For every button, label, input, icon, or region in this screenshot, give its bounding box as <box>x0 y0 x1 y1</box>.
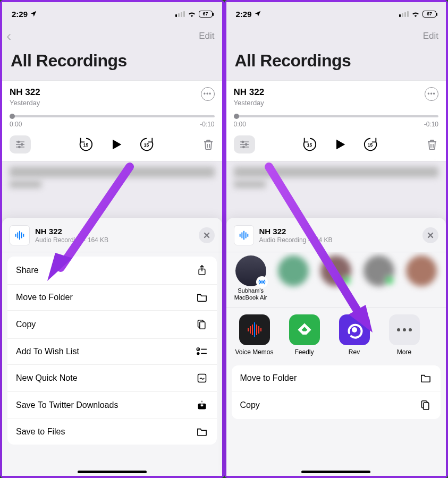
airdrop-target-contact[interactable] <box>361 255 395 287</box>
folder-icon <box>196 293 208 302</box>
location-icon <box>254 10 261 18</box>
menu-copy[interactable]: Copy <box>7 311 217 339</box>
skip-back-15-icon[interactable]: 15 <box>78 136 94 152</box>
playback-settings-button[interactable] <box>10 135 31 153</box>
skip-forward-15-icon[interactable]: 15 <box>139 136 155 152</box>
svg-point-4 <box>21 143 23 145</box>
playback-scrubber[interactable] <box>10 115 215 117</box>
menu-new-quick-note[interactable]: New Quick Note <box>7 365 217 392</box>
svg-point-3 <box>18 141 19 143</box>
svg-text:15: 15 <box>144 142 149 148</box>
sheet-file-subtitle: Audio Recording · 164 KB <box>35 236 193 244</box>
share-apps-row: Voice Memos Feedly Rev More <box>226 308 446 360</box>
svg-point-30 <box>242 146 244 148</box>
recording-subtitle: Yesterday <box>10 99 40 107</box>
trash-icon[interactable] <box>202 138 215 151</box>
wifi-icon <box>411 10 420 18</box>
airdrop-target-contact[interactable] <box>319 255 353 287</box>
skip-forward-15-icon[interactable]: 15 <box>362 136 378 152</box>
svg-point-18 <box>197 352 199 355</box>
sheet-file-title: NH 322 <box>259 227 418 236</box>
context-menu-sheet: NH 322 Audio Recording · 164 KB Share Mo… <box>2 218 222 476</box>
audio-file-icon <box>10 225 30 245</box>
back-chevron-icon[interactable]: ‹ <box>6 28 11 45</box>
folder-icon <box>196 427 208 437</box>
share-icon <box>196 264 208 276</box>
share-sheet: NH 322 Audio Recording · 164 KB Subham's… <box>226 218 446 476</box>
status-bar: 2:29 67 <box>2 2 222 25</box>
airdrop-target-macbook[interactable]: Subham's MacBook Air <box>234 255 268 301</box>
menu-label: Move to Folder <box>240 373 297 383</box>
svg-rect-16 <box>199 322 205 329</box>
recording-card: NH 322 Yesterday ••• 0:00 -0:10 15 15 <box>226 80 446 161</box>
play-icon[interactable] <box>333 137 348 152</box>
app-voice-memos[interactable]: Voice Memos <box>234 314 275 356</box>
phone-right: 2:29 67 ‹ Edit All Recordings NH 322 Yes… <box>226 2 446 476</box>
edit-button[interactable]: Edit <box>423 31 438 41</box>
close-sheet-button[interactable] <box>422 227 438 243</box>
airdrop-target-contact[interactable] <box>276 255 310 287</box>
recording-card: NH 322 Yesterday ••• 0:00 -0:10 15 15 <box>2 80 222 161</box>
blurred-item <box>226 161 446 188</box>
menu-label: Copy <box>240 400 260 410</box>
app-label: More <box>384 348 425 356</box>
time-remaining: -0:10 <box>424 121 438 128</box>
menu-label: Copy <box>16 320 36 329</box>
clock-text: 2:29 <box>236 10 252 19</box>
time-remaining: -0:10 <box>200 121 214 128</box>
airdrop-targets-row: Subham's MacBook Air <box>226 252 446 308</box>
folder-icon <box>419 373 432 383</box>
trash-icon[interactable] <box>426 138 438 151</box>
menu-save-twitter-downloads[interactable]: Save To Twitter Downloads <box>7 392 217 419</box>
context-menu-list: Share Move to Folder Copy Add To Wish Li… <box>7 257 217 445</box>
more-options-button[interactable]: ••• <box>201 87 215 101</box>
copy-icon <box>196 319 208 330</box>
menu-copy[interactable]: Copy <box>232 391 441 419</box>
menu-save-to-files[interactable]: Save to Files <box>7 419 217 445</box>
cellular-icon <box>175 11 185 17</box>
play-icon[interactable] <box>109 137 124 152</box>
nav-bar: ‹ Edit <box>2 25 222 47</box>
svg-rect-12 <box>23 234 24 237</box>
voice-memos-icon <box>239 314 270 345</box>
sheet-file-subtitle: Audio Recording · 164 KB <box>259 236 418 244</box>
more-options-button[interactable]: ••• <box>425 87 438 101</box>
page-title: All Recordings <box>2 47 222 80</box>
recording-subtitle: Yesterday <box>234 99 265 107</box>
menu-label: Move to Folder <box>16 293 73 302</box>
location-icon <box>30 10 37 18</box>
menu-label: Add To Wish List <box>16 347 79 356</box>
skip-back-15-icon[interactable]: 15 <box>302 136 318 152</box>
rev-icon <box>339 314 370 345</box>
menu-move-to-folder[interactable]: Move to Folder <box>7 285 217 311</box>
svg-text:15: 15 <box>83 142 89 148</box>
menu-add-to-wish-list[interactable]: Add To Wish List <box>7 339 217 365</box>
svg-rect-34 <box>241 233 242 238</box>
menu-move-to-folder[interactable]: Move to Folder <box>232 365 441 391</box>
svg-text:15: 15 <box>368 142 373 148</box>
app-more[interactable]: More <box>384 314 425 356</box>
menu-label: New Quick Note <box>16 373 78 383</box>
playback-scrubber[interactable] <box>234 115 439 117</box>
recording-name: NH 322 <box>234 87 265 98</box>
time-elapsed: 0:00 <box>10 121 22 128</box>
playback-settings-button[interactable] <box>234 135 255 153</box>
edit-button[interactable]: Edit <box>199 31 214 41</box>
battery-icon: 67 <box>422 11 436 18</box>
menu-share[interactable]: Share <box>7 257 217 285</box>
home-indicator[interactable] <box>78 471 147 473</box>
menu-label: Save to Files <box>16 427 65 437</box>
sheet-file-title: NH 322 <box>35 227 193 236</box>
app-feedly[interactable]: Feedly <box>284 314 325 356</box>
svg-point-29 <box>245 143 247 145</box>
share-actions-list: Move to Folder Copy <box>232 365 441 419</box>
svg-text:15: 15 <box>307 142 312 148</box>
battery-icon: 67 <box>199 11 213 18</box>
page-title: All Recordings <box>226 47 446 80</box>
airdrop-target-contact[interactable] <box>404 255 438 287</box>
svg-rect-10 <box>19 231 20 240</box>
home-indicator[interactable] <box>301 471 370 473</box>
close-sheet-button[interactable] <box>199 227 215 243</box>
app-rev[interactable]: Rev <box>334 314 375 356</box>
app-label: Feedly <box>284 348 325 356</box>
